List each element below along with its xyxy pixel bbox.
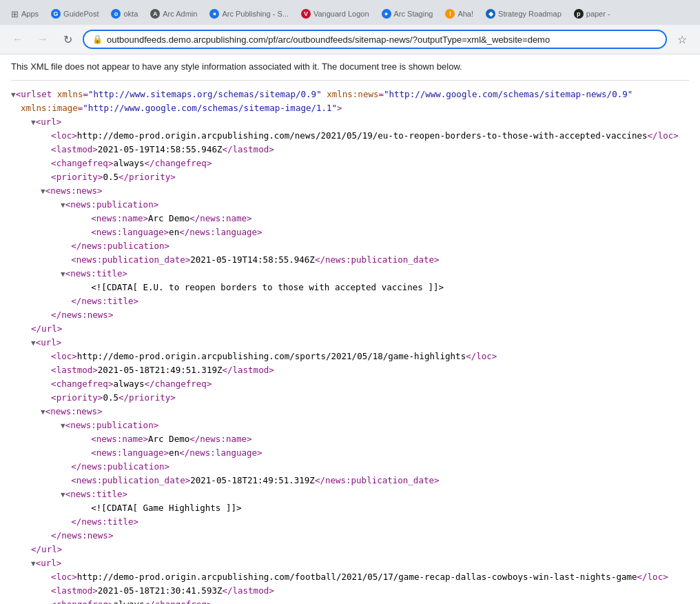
xml-url1-pub-open: ▼<news:publication> [11,198,689,212]
xml-url2-loc: <loc>http://demo-prod.origin.arcpublishi… [11,350,689,363]
browser-chrome: ⊞ Apps G GuidePost o okta A Arc Admin ● … [0,0,700,54]
tab-arc-publishing[interactable]: ● Arc Publishing - S... [204,4,294,23]
xml-url2-lang: <news:language>en</news:language> [11,446,689,460]
tab-guidepost[interactable]: G GuidePost [45,4,104,23]
xml-line-xmlns-image: xmlns:image="http://www.google.com/schem… [11,101,689,115]
xml-url3-loc: <loc>http://demo-prod.origin.arcpublishi… [11,570,689,584]
strategy-favicon: ◆ [486,9,495,19]
vanguard-favicon: V [301,9,311,19]
xml-url1-news-open: ▼<news:news> [11,184,689,198]
back-button[interactable]: ← [8,30,28,49]
xml-url1-changefreq: <changefreq>always</changefreq> [11,157,689,170]
xml-url1-cdata: <![CDATA[ E.U. to reopen borders to thos… [11,281,689,294]
content-divider [11,80,689,81]
xml-line-urlset-open: ▼<urlset xmlns="http://www.sitemaps.org/… [11,88,689,101]
xml-url1-lang: <news:language>en</news:language> [11,225,689,239]
xml-url1-priority: <priority>0.5</priority> [11,170,689,184]
forward-button[interactable]: → [33,30,52,49]
tab-okta[interactable]: o okta [105,4,143,23]
tab-arc-admin[interactable]: A Arc Admin [145,4,203,23]
xml-content: ▼<urlset xmlns="http://www.sitemaps.org/… [11,88,689,604]
xml-url2-lastmod: <lastmod>2021-05-18T21:49:51.319Z</lastm… [11,363,689,377]
info-message: This XML file does not appear to have an… [11,61,689,72]
aha-favicon: ! [445,9,455,19]
arc-pub-favicon: ● [209,9,219,19]
xml-url1-news-close: </news:news> [11,308,689,322]
tab-label: Arc Publishing - S... [222,10,289,18]
xml-url2-title-open: ▼<news:title> [11,487,689,501]
tab-label: GuidePost [63,10,99,18]
xml-url1-loc: <loc>http://demo-prod.origin.arcpublishi… [11,129,689,143]
url-text: outboundfeeds.demo.arcpublishing.com/pf/… [107,34,550,45]
grid-icon: ⊞ [11,9,19,19]
xml-url2-close: </url> [11,543,689,556]
xml-url3-open: ▼<url> [11,556,689,570]
xml-url2-open: ▼<url> [11,336,689,350]
xml-url2-cdata: <![CDATA[ Game Highlights ]]> [11,501,689,515]
bookmark-button[interactable]: ☆ [672,30,692,49]
xml-url1-pubdate: <news:publication_date>2021-05-19T14:58:… [11,253,689,267]
tab-apps[interactable]: ⊞ Apps [6,4,44,23]
xml-url1-title-close: </news:title> [11,294,689,308]
arc-admin-favicon: A [150,9,160,19]
xml-url2-title-close: </news:title> [11,515,689,529]
paper-favicon: p [574,9,584,19]
tab-label: Arc Admin [163,10,197,18]
xml-url2-pub-open: ▼<news:publication> [11,419,689,432]
tab-label: Vanguard Logon [313,10,369,18]
xml-url1-close: </url> [11,322,689,336]
tab-label: Aha! [457,10,473,18]
okta-favicon: o [111,9,121,19]
tab-paper[interactable]: p paper - [568,4,616,23]
tabs-bar: ⊞ Apps G GuidePost o okta A Arc Admin ● … [0,0,700,25]
xml-url1-title-open: ▼<news:title> [11,267,689,281]
xml-url2-pub-close: </news:publication> [11,460,689,474]
xml-url2-changefreq: <changefreq>always</changefreq> [11,377,689,391]
xml-url1-name: <news:name>Arc Demo</news:name> [11,212,689,225]
reload-button[interactable]: ↻ [58,30,77,49]
xml-url1-open: ▼<url> [11,115,689,129]
tab-label: Strategy Roadmap [498,10,562,18]
xml-url2-news-open: ▼<news:news> [11,405,689,419]
nav-bar: ← → ↻ 🔒 outboundfeeds.demo.arcpublishing… [0,25,700,54]
tab-arc-staging[interactable]: ● Arc Staging [376,4,439,23]
tab-vanguard[interactable]: V Vanguard Logon [296,4,375,23]
xml-url2-news-close: </news:news> [11,529,689,543]
tab-aha[interactable]: ! Aha! [440,4,479,23]
xml-url1-lastmod: <lastmod>2021-05-19T14:58:55.946Z</lastm… [11,143,689,157]
tab-label: paper - [586,10,610,18]
xml-url2-pubdate: <news:publication_date>2021-05-18T21:49:… [11,474,689,487]
arc-staging-favicon: ● [382,9,391,19]
lock-icon: 🔒 [92,34,103,44]
address-bar[interactable]: 🔒 outboundfeeds.demo.arcpublishing.com/p… [83,30,667,49]
xml-url2-priority: <priority>0.5</priority> [11,391,689,405]
xml-url1-pub-close: </news:publication> [11,239,689,253]
tab-label: okta [123,10,138,18]
content-area: This XML file does not appear to have an… [0,54,700,604]
xml-url3-lastmod: <lastmod>2021-05-18T21:30:41.593Z</lastm… [11,584,689,598]
tab-strategy[interactable]: ◆ Strategy Roadmap [480,4,567,23]
xml-url2-name: <news:name>Arc Demo</news:name> [11,432,689,446]
xml-url3-changefreq: <changefreq>always</changefreq> [11,598,689,604]
tab-label: Arc Staging [394,10,433,18]
tab-label: Apps [21,10,39,18]
guidepost-favicon: G [51,9,61,19]
